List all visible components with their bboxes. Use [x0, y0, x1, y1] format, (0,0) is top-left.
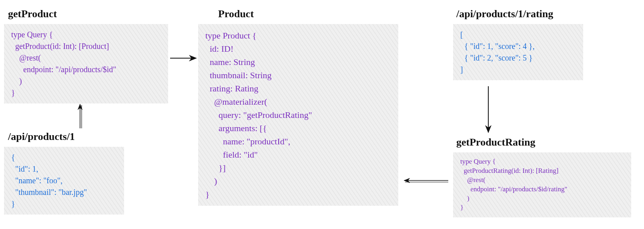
- heading-get-product-rating: getProductRating: [456, 136, 535, 148]
- heading-product: Product: [218, 8, 254, 20]
- code-product-api: { "id": 1, "name": "foo", "thumbnail": "…: [4, 147, 124, 215]
- heading-get-product: getProduct: [8, 8, 57, 20]
- code-get-product: type Query { getProduct(id: Int): [Produ…: [4, 24, 168, 103]
- code-get-product-rating: type Query { getProductRating(id: Int): …: [453, 152, 631, 217]
- heading-rating-api: /api/products/1/rating: [456, 8, 553, 20]
- code-product: type Product { id: ID! name: String thum…: [198, 24, 398, 206]
- heading-product-api: /api/products/1: [8, 131, 75, 143]
- code-rating-api: [ { "id": 1, "score": 4 }, { "id": 2, "s…: [453, 24, 583, 80]
